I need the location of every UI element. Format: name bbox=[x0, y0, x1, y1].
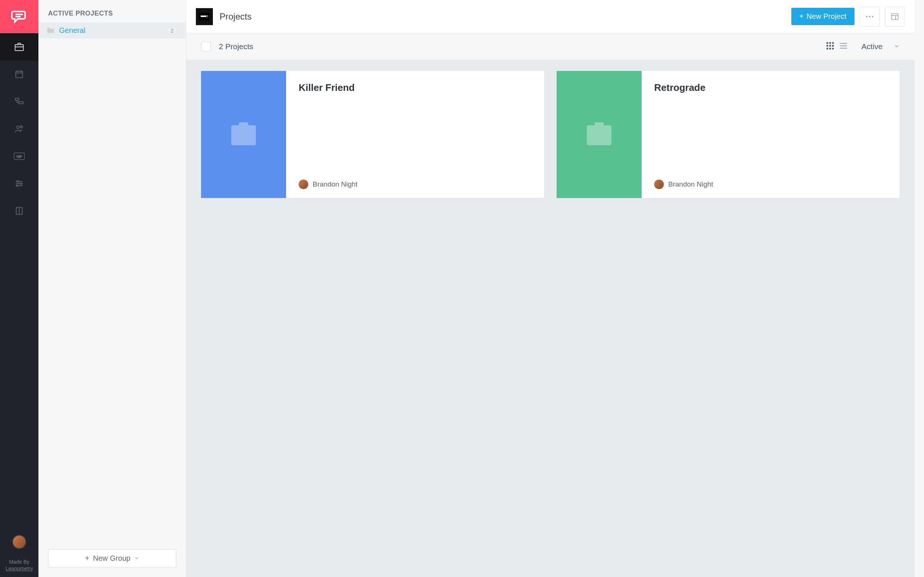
plus-icon: + bbox=[85, 554, 89, 562]
new-project-label: New Project bbox=[806, 12, 846, 21]
nav-vip[interactable]: VIP bbox=[0, 143, 39, 170]
svg-point-10 bbox=[17, 126, 19, 129]
view-toggle bbox=[825, 41, 848, 52]
nav-tasks[interactable] bbox=[0, 88, 39, 115]
list-view-button[interactable] bbox=[838, 41, 848, 52]
new-project-button[interactable]: + New Project bbox=[791, 8, 855, 25]
svg-rect-30 bbox=[826, 42, 828, 44]
svg-point-19 bbox=[16, 185, 18, 187]
filter-bar: 2 Projects Active bbox=[186, 33, 914, 60]
sidebar-header: ACTIVE PROJECTS bbox=[39, 0, 186, 23]
project-thumb bbox=[201, 71, 286, 198]
plus-icon: + bbox=[800, 12, 804, 21]
folder-icon bbox=[47, 27, 55, 35]
workspace-badge[interactable] bbox=[196, 8, 213, 25]
group-count: 2 bbox=[167, 27, 178, 34]
user-avatar[interactable] bbox=[12, 535, 26, 549]
nav-rail: VIP Made By Leanometry bbox=[0, 0, 39, 577]
svg-point-11 bbox=[20, 126, 23, 128]
svg-rect-36 bbox=[826, 48, 828, 49]
svg-rect-2 bbox=[15, 45, 24, 51]
svg-rect-35 bbox=[832, 45, 834, 47]
nav-settings[interactable] bbox=[0, 170, 39, 197]
chevron-down-icon bbox=[134, 554, 139, 562]
select-all-checkbox[interactable] bbox=[201, 42, 211, 52]
layout-button[interactable] bbox=[885, 6, 905, 27]
svg-rect-31 bbox=[829, 42, 831, 44]
content-area: Killer Friend Brandon Night R bbox=[186, 60, 914, 577]
scrollbar-track[interactable] bbox=[914, 0, 924, 577]
project-title: Killer Friend bbox=[299, 82, 531, 93]
project-thumb bbox=[557, 71, 641, 198]
owner-name: Brandon Night bbox=[313, 180, 357, 189]
svg-text:VIP: VIP bbox=[17, 155, 22, 158]
main-panel: Projects + New Project 2 Projects bbox=[186, 0, 914, 577]
new-group-button[interactable]: + New Group bbox=[48, 549, 176, 567]
svg-rect-8 bbox=[16, 98, 19, 100]
svg-point-26 bbox=[872, 16, 873, 17]
owner-avatar bbox=[299, 179, 308, 189]
new-group-label: New Group bbox=[93, 554, 131, 562]
project-card[interactable]: Killer Friend Brandon Night bbox=[201, 71, 544, 198]
more-options-button[interactable] bbox=[860, 6, 880, 27]
svg-rect-27 bbox=[892, 14, 898, 19]
svg-rect-22 bbox=[201, 16, 206, 17]
nav-calendar[interactable] bbox=[0, 61, 39, 88]
status-filter[interactable]: Active bbox=[861, 42, 900, 51]
svg-rect-38 bbox=[832, 48, 834, 49]
topbar: Projects + New Project bbox=[186, 0, 914, 33]
svg-rect-34 bbox=[829, 45, 831, 47]
page-title: Projects bbox=[220, 11, 252, 22]
svg-point-24 bbox=[866, 16, 867, 17]
project-title: Retrograde bbox=[654, 82, 887, 93]
project-card[interactable]: Retrograde Brandon Night bbox=[557, 71, 900, 198]
nav-projects[interactable] bbox=[0, 33, 39, 61]
project-count: 2 Projects bbox=[219, 42, 253, 51]
group-general[interactable]: General 2 bbox=[39, 23, 186, 39]
svg-point-25 bbox=[869, 16, 871, 17]
owner-name: Brandon Night bbox=[668, 180, 713, 189]
nav-contacts[interactable] bbox=[0, 115, 39, 143]
svg-rect-23 bbox=[206, 15, 208, 17]
svg-rect-32 bbox=[832, 42, 834, 44]
nav-docs[interactable] bbox=[0, 197, 39, 225]
status-filter-label: Active bbox=[861, 42, 883, 51]
groups-sidebar: ACTIVE PROJECTS General 2 + New Group bbox=[39, 0, 186, 577]
briefcase-icon bbox=[223, 116, 264, 153]
app-logo[interactable] bbox=[0, 0, 39, 33]
svg-rect-9 bbox=[19, 102, 23, 104]
svg-point-15 bbox=[17, 181, 19, 182]
chevron-down-icon bbox=[894, 42, 900, 51]
owner-avatar bbox=[654, 179, 664, 189]
svg-point-17 bbox=[20, 183, 22, 185]
grid-view-button[interactable] bbox=[825, 41, 835, 52]
svg-rect-37 bbox=[829, 48, 831, 49]
group-label: General bbox=[59, 26, 167, 35]
svg-rect-4 bbox=[16, 71, 23, 78]
briefcase-icon bbox=[579, 116, 619, 153]
credit-text: Made By Leanometry bbox=[6, 559, 33, 572]
svg-rect-33 bbox=[826, 45, 828, 47]
